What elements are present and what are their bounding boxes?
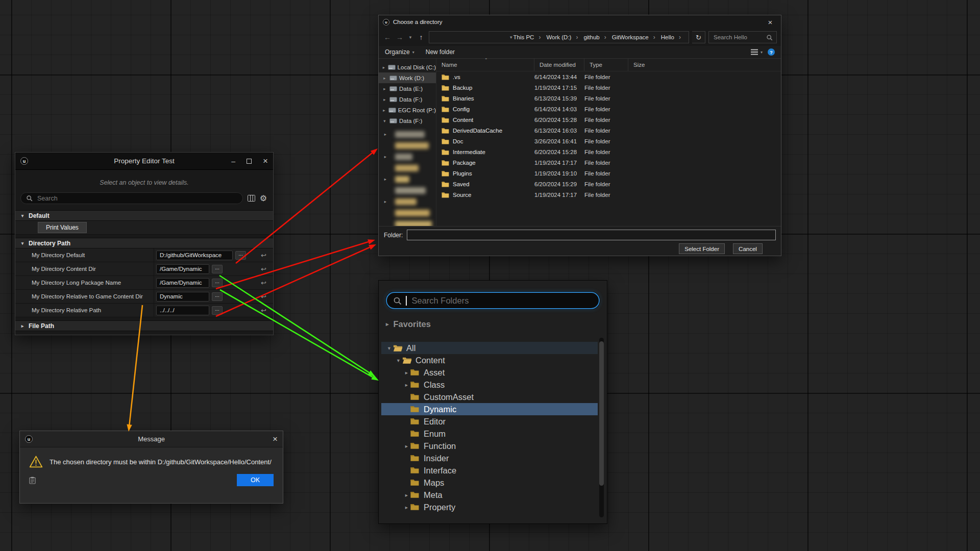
category-default[interactable]: Default bbox=[15, 210, 273, 221]
folder-tree-item[interactable]: Property bbox=[381, 501, 598, 513]
property-value-field[interactable]: /Game/Dynamic bbox=[156, 264, 209, 274]
column-header[interactable]: Name bbox=[436, 59, 534, 71]
maximize-icon[interactable] bbox=[247, 159, 252, 164]
gear-icon[interactable] bbox=[260, 194, 267, 203]
reset-to-default-icon[interactable] bbox=[261, 307, 266, 314]
history-chevron-icon[interactable] bbox=[407, 35, 413, 40]
close-icon[interactable] bbox=[760, 15, 781, 29]
new-folder-button[interactable]: New folder bbox=[426, 48, 455, 56]
folder-search-input[interactable] bbox=[411, 295, 593, 306]
folder-tree-item[interactable]: CustomAsset bbox=[381, 391, 598, 403]
ok-button[interactable]: OK bbox=[237, 474, 274, 486]
close-icon[interactable] bbox=[263, 156, 268, 166]
reset-to-default-icon[interactable] bbox=[261, 265, 266, 273]
sidebar-drive-item[interactable]: Work (D:) bbox=[379, 72, 436, 83]
help-icon[interactable]: ? bbox=[768, 48, 775, 56]
sidebar-drive-item[interactable]: Local Disk (C:) bbox=[379, 62, 436, 72]
view-mode-button[interactable] bbox=[751, 49, 763, 55]
sidebar-drive-item[interactable]: Data (F:) bbox=[379, 115, 436, 126]
expander-icon[interactable] bbox=[382, 108, 386, 113]
column-header[interactable]: Type bbox=[584, 59, 628, 71]
copy-to-clipboard-icon[interactable] bbox=[29, 477, 36, 484]
folder-tree-item[interactable]: Content bbox=[381, 354, 598, 366]
column-header[interactable]: Size bbox=[628, 59, 781, 71]
expander-icon[interactable] bbox=[382, 76, 387, 81]
expander-icon[interactable] bbox=[382, 118, 387, 123]
expander-icon[interactable] bbox=[403, 504, 410, 510]
expand-icon[interactable] bbox=[20, 323, 25, 329]
forward-icon[interactable] bbox=[395, 33, 404, 41]
folder-name-input[interactable] bbox=[407, 230, 776, 240]
folder-tree-item[interactable]: Enum bbox=[381, 428, 598, 440]
category-directory-path[interactable]: Directory Path bbox=[15, 238, 273, 248]
back-icon[interactable] bbox=[383, 33, 392, 41]
scrollbar-track[interactable] bbox=[599, 338, 604, 517]
favorites-section[interactable]: Favorites bbox=[379, 316, 607, 332]
expander-icon[interactable] bbox=[385, 345, 393, 351]
property-value-field[interactable]: ../../../ bbox=[156, 306, 209, 315]
file-row[interactable]: .vs 6/14/2024 13:44 File folder bbox=[436, 71, 781, 82]
browse-ellipsis-button[interactable]: ... bbox=[212, 292, 223, 301]
expander-icon[interactable] bbox=[382, 86, 387, 91]
print-values-button[interactable]: Print Values bbox=[38, 222, 87, 233]
file-row[interactable]: Content 6/20/2024 15:28 File folder bbox=[436, 114, 781, 125]
expander-icon[interactable] bbox=[403, 492, 410, 498]
expander-icon[interactable] bbox=[403, 369, 410, 375]
window-titlebar[interactable]: u Property Editor Test bbox=[15, 153, 273, 170]
file-row[interactable]: Config 6/14/2024 14:03 File folder bbox=[436, 104, 781, 114]
folder-tree-item[interactable]: Meta bbox=[381, 489, 598, 501]
search-input[interactable] bbox=[713, 34, 763, 41]
breadcrumb-item[interactable]: Work (D:) bbox=[545, 34, 582, 41]
browse-ellipsis-button[interactable]: ... bbox=[212, 306, 223, 315]
breadcrumb-item[interactable]: Hello bbox=[660, 34, 685, 41]
minimize-icon[interactable] bbox=[231, 157, 235, 165]
property-value-field[interactable]: /Game/Dynamic bbox=[156, 278, 209, 288]
search-box[interactable] bbox=[20, 192, 243, 204]
file-row[interactable]: Binaries 6/13/2024 15:39 File folder bbox=[436, 93, 781, 104]
expander-icon[interactable] bbox=[382, 65, 386, 70]
browse-ellipsis-button[interactable]: ... bbox=[212, 265, 223, 273]
sidebar-drive-item[interactable]: Data (E:) bbox=[379, 83, 436, 94]
folder-tree-item[interactable]: Insider bbox=[381, 452, 598, 464]
category-file-path[interactable]: File Path bbox=[15, 320, 273, 331]
reset-to-default-icon[interactable] bbox=[261, 252, 266, 259]
expand-icon[interactable] bbox=[386, 321, 389, 328]
file-row[interactable]: Plugins 1/19/2024 19:10 File folder bbox=[436, 168, 781, 179]
property-value-field[interactable]: Dynamic bbox=[156, 292, 209, 302]
file-row[interactable]: Package 1/19/2024 17:17 File folder bbox=[436, 157, 781, 168]
expander-icon[interactable] bbox=[403, 382, 410, 388]
breadcrumb-item[interactable]: GitWorkspace bbox=[611, 34, 660, 41]
file-row[interactable]: Doc 3/26/2024 16:41 File folder bbox=[436, 136, 781, 146]
file-row[interactable]: Source 1/19/2024 17:17 File folder bbox=[436, 189, 781, 200]
folder-tree-item[interactable]: Asset bbox=[381, 366, 598, 379]
expander-icon[interactable] bbox=[395, 357, 402, 363]
folder-tree-item[interactable]: Maps bbox=[381, 477, 598, 489]
search-input[interactable] bbox=[36, 194, 237, 203]
expander-icon[interactable] bbox=[382, 97, 387, 102]
dialog-titlebar[interactable]: u Choose a directory bbox=[379, 15, 781, 29]
sidebar-drive-item[interactable]: EGC Root (P:) bbox=[379, 105, 436, 115]
organize-button[interactable]: Organize bbox=[385, 48, 414, 56]
browse-ellipsis-button[interactable]: ... bbox=[235, 251, 246, 260]
dialog-titlebar[interactable]: u Message bbox=[20, 431, 283, 447]
column-header[interactable]: Date modified bbox=[534, 59, 584, 71]
select-folder-button[interactable]: Select Folder bbox=[679, 243, 725, 254]
reset-to-default-icon[interactable] bbox=[261, 279, 266, 287]
folder-search-box[interactable] bbox=[386, 292, 600, 309]
expander-icon[interactable] bbox=[403, 443, 410, 449]
browse-ellipsis-button[interactable]: ... bbox=[212, 279, 223, 287]
file-row[interactable]: Intermediate 6/20/2024 15:28 File folder bbox=[436, 146, 781, 157]
refresh-icon[interactable] bbox=[692, 31, 705, 43]
folder-tree-item[interactable]: Class bbox=[381, 379, 598, 391]
file-row[interactable]: Backup 1/19/2024 17:15 File folder bbox=[436, 82, 781, 93]
close-icon[interactable] bbox=[273, 434, 278, 444]
collapse-icon[interactable] bbox=[20, 213, 25, 218]
breadcrumb-item[interactable]: github bbox=[582, 34, 610, 41]
property-value-field[interactable]: D:/github/GitWorkspace bbox=[156, 251, 233, 260]
scrollbar-thumb[interactable] bbox=[599, 341, 604, 486]
cancel-button[interactable]: Cancel bbox=[733, 243, 763, 254]
search-box[interactable] bbox=[708, 31, 777, 43]
folder-tree-item[interactable]: Function bbox=[381, 440, 598, 452]
folder-tree-item[interactable]: Editor bbox=[381, 415, 598, 428]
folder-tree-item[interactable]: All bbox=[381, 342, 598, 354]
